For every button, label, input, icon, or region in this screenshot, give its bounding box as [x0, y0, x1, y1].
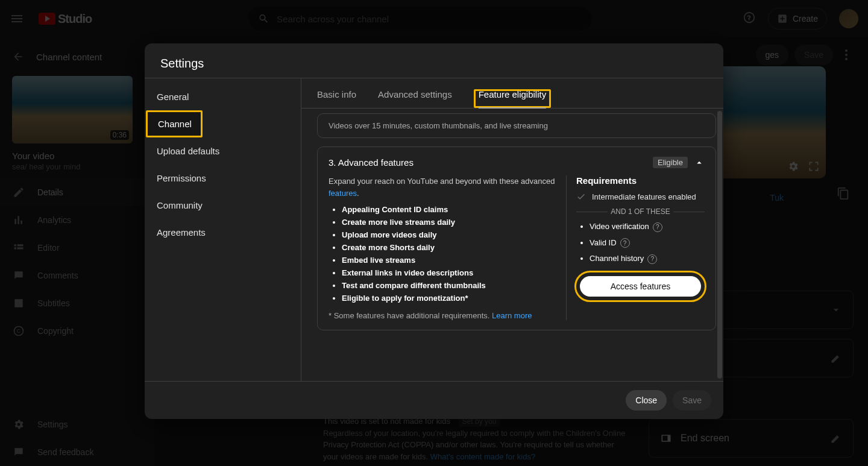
- intermediate-features-row[interactable]: Videos over 15 minutes, custom thumbnail…: [317, 113, 716, 138]
- features-list: Appealing Content ID claims Create more …: [329, 205, 556, 303]
- modal-sidebar: General Channel Upload defaults Permissi…: [145, 78, 301, 381]
- feature-item: External links in video descriptions: [342, 268, 556, 277]
- requirement-option: Valid ID?: [590, 238, 705, 248]
- requirement-intermediate: Intermediate features enabled: [576, 192, 705, 201]
- requirement-option: Video verification?: [590, 222, 705, 232]
- modal-nav-general[interactable]: General: [145, 83, 301, 110]
- advanced-description: Expand your reach on YouTube and beyond …: [329, 175, 556, 199]
- tab-advanced-settings[interactable]: Advanced settings: [378, 89, 452, 108]
- tab-basic-info[interactable]: Basic info: [317, 89, 356, 108]
- save-button[interactable]: Save: [673, 390, 711, 411]
- modal-title: Settings: [145, 43, 723, 78]
- chevron-up-icon[interactable]: [694, 157, 705, 168]
- help-icon[interactable]: ?: [653, 222, 662, 232]
- modal-nav-channel[interactable]: Channel: [146, 110, 203, 137]
- modal-nav-permissions[interactable]: Permissions: [145, 165, 301, 192]
- feature-item: Create more live streams daily: [342, 218, 556, 227]
- feature-item: Appealing Content ID claims: [342, 205, 556, 214]
- eligible-badge: Eligible: [653, 157, 688, 168]
- settings-modal: Settings General Channel Upload defaults…: [145, 43, 723, 419]
- requirements-title: Requirements: [576, 175, 705, 186]
- help-icon[interactable]: ?: [647, 254, 657, 264]
- feature-item: Test and compare different thumbnails: [342, 281, 556, 290]
- access-features-highlight: Access features: [576, 272, 705, 300]
- advanced-features-title: 3. Advanced features: [329, 157, 414, 168]
- modal-footer: Close Save: [145, 381, 723, 419]
- modal-nav-community[interactable]: Community: [145, 192, 301, 219]
- learn-more-link[interactable]: Learn more: [492, 311, 532, 320]
- requirement-options-list: Video verification? Valid ID? Channel hi…: [576, 222, 705, 264]
- modal-tabs: Basic info Advanced settings Feature eli…: [301, 78, 723, 109]
- footnote: * Some features have additional requirem…: [329, 311, 556, 320]
- features-link[interactable]: features: [329, 189, 357, 198]
- modal-nav-upload-defaults[interactable]: Upload defaults: [145, 137, 301, 165]
- help-icon[interactable]: ?: [620, 238, 630, 248]
- feature-item: Eligible to apply for monetization*: [342, 294, 556, 303]
- and-divider: AND 1 OF THESE: [576, 207, 705, 216]
- modal-scroll-area: Videos over 15 minutes, custom thumbnail…: [301, 109, 723, 381]
- requirement-option: Channel history?: [590, 254, 705, 264]
- scrollbar[interactable]: [717, 111, 722, 379]
- feature-item: Embed live streams: [342, 256, 556, 265]
- feature-item: Create more Shorts daily: [342, 243, 556, 252]
- tab-feature-eligibility[interactable]: Feature eligibility: [474, 89, 552, 108]
- feature-item: Upload more videos daily: [342, 230, 556, 239]
- modal-nav-agreements[interactable]: Agreements: [145, 219, 301, 246]
- advanced-features-box: 3. Advanced features Eligible Expand you…: [317, 146, 716, 330]
- check-icon: [576, 192, 586, 201]
- close-button[interactable]: Close: [626, 390, 667, 411]
- access-features-button[interactable]: Access features: [580, 276, 701, 297]
